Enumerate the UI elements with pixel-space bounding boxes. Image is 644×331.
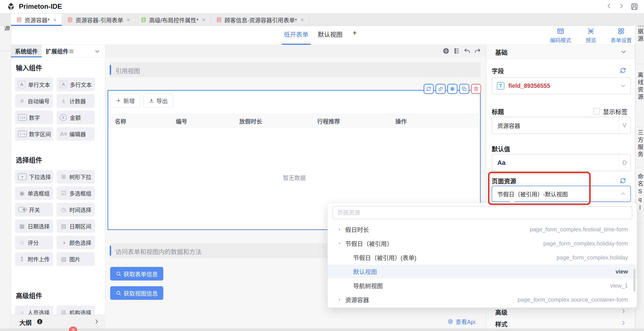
palette-tab[interactable]: 系统组件 [11,45,42,57]
horizontal-scrollbar-track[interactable] [0,328,644,331]
outline-bar[interactable]: 大纲 [11,314,105,328]
canvas-toolbar [105,45,486,58]
resource-refresh-icon[interactable] [620,177,626,184]
right-strip-tab-2[interactable]: 离线资源 [636,72,644,101]
trash-button[interactable] [471,84,481,94]
palette-item[interactable]: A多行文本 [57,78,95,91]
nav-back-icon[interactable] [606,3,612,10]
close-icon[interactable]: × [53,17,56,22]
editor-tab[interactable]: 资源容器*× [11,14,62,26]
close-icon[interactable]: × [202,17,206,22]
palette-item[interactable]: ▤日期区间 [57,219,95,233]
palette-item[interactable]: #自动编号 [15,94,53,108]
palette-item[interactable]: ±计数器 [57,94,95,108]
get-view-info-button[interactable]: 获取视图信息 [110,286,163,300]
gear-button[interactable] [447,84,458,94]
form-settings-button[interactable]: 表单设置 [611,28,632,44]
close-icon[interactable]: × [300,17,304,22]
palette-item[interactable]: ◉单选框组 [15,186,53,200]
resource-tree-row[interactable]: 资源容器page_form_complex.source_container-f… [328,292,637,307]
component-icon: ◉ [18,190,26,197]
editor-tab[interactable]: 顾客信息-资源容器引用表单*× [211,14,310,26]
scrollbar-thumb[interactable] [634,269,636,292]
component-icon: ▧ [60,256,68,262]
chev-right-icon [94,318,100,325]
globe-button[interactable] [443,48,449,54]
copy-button[interactable] [459,84,469,94]
palette-tab[interactable]: 扩展组件 [42,45,72,57]
palette-item[interactable]: ⊞树形下拉 [57,170,95,184]
component-icon: ☆ [18,239,26,246]
resource-tree-row[interactable]: 节假日（被引用）(表单)page_form_complex.holiday [328,250,637,264]
palette-item[interactable]: 123数字 [15,111,53,124]
chevron-down-icon[interactable] [620,49,627,55]
outline-expand-icon[interactable] [94,318,100,325]
palette-item[interactable]: ○人员选择 [15,306,53,314]
resource-search-input[interactable] [332,206,632,219]
redo-button[interactable] [474,48,481,54]
preview-button[interactable]: 预览 [586,28,596,44]
palette-item[interactable]: ☆评分 [15,236,53,249]
tree-collapsed-caret[interactable] [337,298,342,302]
palette-item[interactable]: ◷时间选择 [57,203,95,216]
palette-item[interactable]: ↥附件上传 [15,252,53,266]
resource-code: page_form_complex.source_container-form [518,296,628,303]
undo-button[interactable] [464,48,470,54]
field-refresh-icon[interactable] [620,67,626,74]
save-icon[interactable] [630,3,638,10]
title-input[interactable]: 资源容器 V [492,117,631,134]
refresh-button[interactable] [424,84,434,94]
component-icon: ⊞ [60,174,68,180]
editor-tab[interactable]: 资源容器-引用表单× [62,14,136,26]
divider [636,127,643,127]
link-label: 查看Api [456,318,475,326]
editor-tab-label: 资源容器-引用表单 [76,16,123,24]
section-style[interactable]: 样式 [486,317,635,329]
add-view-button[interactable]: + [352,28,357,37]
resource-tree-row[interactable]: 节假日（被引用）page_form_complex.holiday-form [328,236,637,250]
palette-item[interactable]: 开关 [15,203,53,216]
resource-tree-row[interactable]: 默认视图view [328,264,637,278]
palette-item[interactable]: 1~3数字区间 [15,127,53,141]
palette-item[interactable]: A单行文本 [15,78,53,91]
right-strip-tab-3[interactable]: 三方服务 [636,130,644,158]
tab-default-view[interactable]: 默认视图 [318,30,342,39]
palette-item[interactable]: ☑多选框组 [57,186,95,200]
default-suffix-button[interactable]: D [618,154,630,171]
tree-button[interactable] [453,48,460,54]
tree-collapsed-caret[interactable] [337,227,342,232]
editor-tab[interactable]: 高级/布局控件属性*× [136,14,211,26]
palette-item[interactable]: A≡编辑器 [57,127,95,141]
palette-item[interactable]: ▼下拉选择 [15,170,53,184]
add-row-button[interactable]: 新增 [110,94,140,107]
field-select[interactable]: T field_89356555 [492,77,631,94]
inspector-header[interactable]: 基础 [486,45,635,59]
palette-sections: 输入组件A单行文本A多行文本#自动编号±计数器123数字¥金额1~3数字区间A≡… [11,58,105,314]
close-icon[interactable]: × [127,17,130,22]
palette-item[interactable]: ¥金额 [57,111,95,124]
link-button[interactable] [436,84,446,94]
nav-forward-icon[interactable] [618,3,625,10]
show-label-checkbox[interactable] [593,108,600,114]
tree-expanded-caret[interactable] [337,241,342,246]
page-resource-select[interactable]: 节假日（被引用）-默认视图 [492,186,631,202]
palette-item[interactable]: ◑颜色选择 [57,236,95,249]
get-form-info-button[interactable]: 获取表单信息 [110,267,163,280]
resource-tree-row[interactable]: 导航树视图view_1 [328,278,637,292]
codewin-icon [557,28,564,35]
palette-item[interactable]: ▦日期选择 [15,219,53,233]
palette-tabs: 系统组件扩展组件 [11,45,105,58]
code-mode-button[interactable]: 编码模式 [550,28,571,44]
palette-collapse-icon[interactable] [94,48,100,54]
title-suffix-button[interactable]: V [618,117,630,134]
container-action-buttons [424,84,481,94]
resource-tree-row[interactable]: 假日时长page_form_complex.festival_time-form [328,222,637,236]
palette-item[interactable]: ▧图片 [57,252,95,266]
export-button[interactable]: 导出 [143,94,173,107]
palette-item[interactable]: 品机构选择 [57,306,95,314]
palette-menu-icon[interactable] [68,48,74,54]
view-api-link[interactable]: 查看Api [448,318,475,326]
default-value-input[interactable]: Aa D [492,154,631,171]
tab-low-code-form[interactable]: 低开表单 [284,30,308,39]
app-title: Primeton-IDE [19,0,62,13]
